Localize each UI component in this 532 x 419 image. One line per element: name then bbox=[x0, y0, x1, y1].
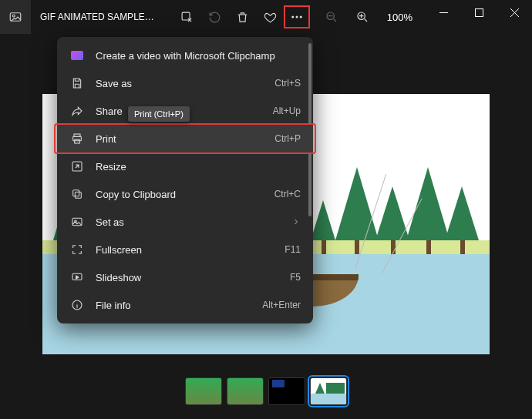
menu-resize[interactable]: Resize bbox=[57, 153, 313, 180]
menu-label: Fullscreen bbox=[96, 244, 285, 256]
menu-accel: Ctrl+S bbox=[274, 78, 301, 89]
svg-point-3 bbox=[291, 16, 294, 18]
rotate-button[interactable] bbox=[200, 3, 228, 31]
svg-rect-13 bbox=[75, 192, 81, 198]
menu-label: Save as bbox=[96, 78, 274, 89]
chevron-right-icon bbox=[291, 217, 301, 226]
menu-accel: Ctrl+P bbox=[274, 133, 301, 144]
close-button[interactable] bbox=[497, 0, 532, 25]
svg-rect-8 bbox=[475, 8, 483, 16]
menu-clipchamp[interactable]: Create a video with Microsoft Clipchamp bbox=[57, 42, 313, 69]
tooltip: Print (Ctrl+P) bbox=[128, 106, 190, 122]
heart-icon bbox=[264, 11, 277, 24]
resize-icon bbox=[69, 159, 85, 174]
menu-accel: F11 bbox=[285, 244, 301, 255]
menu-set-as[interactable]: Set as bbox=[57, 208, 313, 236]
delete-button[interactable] bbox=[228, 3, 256, 31]
toolbar bbox=[173, 3, 310, 31]
rotate-icon bbox=[208, 11, 221, 24]
thumbnail[interactable] bbox=[227, 377, 264, 405]
titlebar: GIF ANIMATED SAMPLE1 -... 100% bbox=[0, 0, 532, 34]
menu-accel: Alt+Up bbox=[273, 106, 301, 116]
print-icon bbox=[69, 131, 85, 146]
svg-point-4 bbox=[296, 16, 298, 18]
menu-label: Set as bbox=[96, 216, 291, 228]
menu-file-info[interactable]: File info Alt+Enter bbox=[57, 291, 313, 319]
menu-label: Copy to Clipboard bbox=[96, 189, 274, 200]
clipchamp-icon bbox=[69, 48, 85, 63]
favorite-button[interactable] bbox=[256, 3, 284, 31]
menu-save-as[interactable]: Save as Ctrl+S bbox=[57, 69, 313, 97]
menu-fullscreen[interactable]: Fullscreen F11 bbox=[57, 236, 313, 263]
svg-point-1 bbox=[12, 15, 15, 17]
svg-point-5 bbox=[300, 16, 302, 18]
menu-print[interactable]: Print Ctrl+P bbox=[57, 125, 313, 153]
zoom-out-icon bbox=[325, 11, 338, 23]
svg-rect-14 bbox=[73, 190, 79, 196]
menu-copy[interactable]: Copy to Clipboard Ctrl+C bbox=[57, 180, 313, 208]
svg-rect-11 bbox=[75, 139, 80, 143]
overflow-menu: Create a video with Microsoft Clipchamp … bbox=[57, 37, 313, 323]
more-button[interactable] bbox=[284, 5, 310, 28]
share-icon bbox=[69, 103, 85, 119]
app-logo-button[interactable] bbox=[0, 0, 31, 34]
menu-label: File info bbox=[96, 300, 262, 311]
slideshow-icon bbox=[69, 270, 85, 285]
maximize-icon bbox=[475, 8, 483, 17]
fullscreen-icon bbox=[69, 242, 85, 257]
menu-label: Print bbox=[96, 133, 274, 145]
thumbnail-selected[interactable] bbox=[310, 377, 347, 405]
window-title: GIF ANIMATED SAMPLE1 -... bbox=[40, 12, 156, 22]
thumbnail[interactable] bbox=[185, 377, 222, 405]
maximize-button[interactable] bbox=[461, 0, 497, 25]
menu-accel: F5 bbox=[290, 272, 301, 283]
menu-slideshow[interactable]: Slideshow F5 bbox=[57, 263, 313, 291]
menu-label: Resize bbox=[96, 161, 301, 173]
info-icon bbox=[69, 297, 85, 313]
close-icon bbox=[510, 8, 519, 17]
save-icon bbox=[69, 75, 85, 91]
zoom-in-button[interactable] bbox=[348, 3, 376, 31]
copy-icon bbox=[69, 186, 85, 202]
zoom-out-button[interactable] bbox=[318, 3, 345, 31]
filmstrip bbox=[0, 373, 532, 410]
edit-image-icon bbox=[180, 11, 194, 24]
minimize-icon bbox=[439, 8, 448, 17]
zoom-level[interactable]: 100% bbox=[387, 12, 412, 23]
window-controls bbox=[426, 0, 532, 25]
more-icon bbox=[290, 10, 304, 24]
thumbnail[interactable] bbox=[268, 377, 305, 405]
set-as-icon bbox=[69, 214, 85, 230]
trash-icon bbox=[236, 11, 249, 24]
edit-button[interactable] bbox=[173, 3, 200, 31]
zoom-in-icon bbox=[356, 11, 369, 23]
minimize-button[interactable] bbox=[426, 0, 461, 25]
menu-accel: Alt+Enter bbox=[262, 300, 301, 310]
menu-label: Slideshow bbox=[96, 272, 290, 283]
zoom-controls: 100% bbox=[318, 3, 412, 31]
menu-accel: Ctrl+C bbox=[274, 189, 301, 199]
menu-label: Create a video with Microsoft Clipchamp bbox=[96, 50, 301, 62]
photo-icon bbox=[8, 10, 22, 24]
